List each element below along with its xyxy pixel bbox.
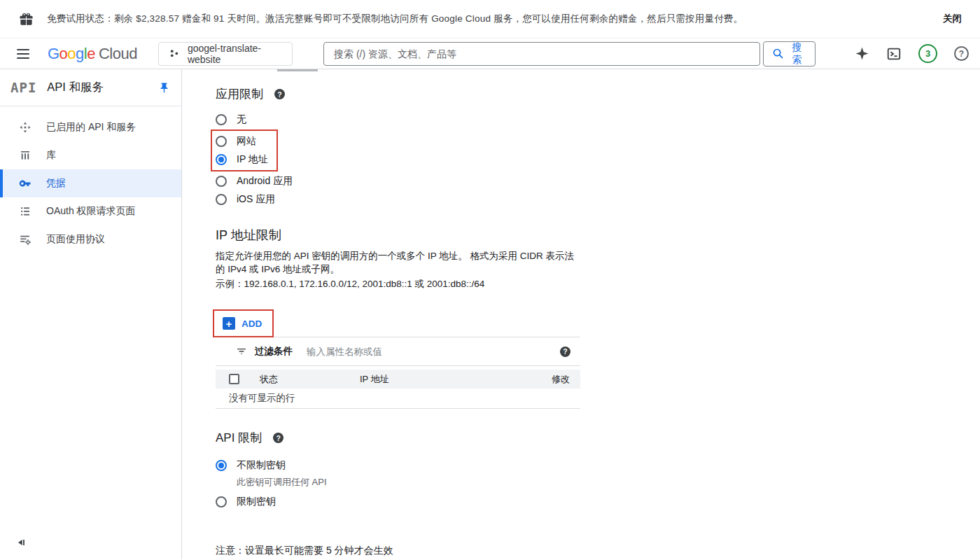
api-restrictions-title-row: API 限制 ? (216, 430, 580, 446)
radio-option-dont-restrict-key[interactable]: 不限制密钥 (216, 456, 580, 475)
filter-bar: 过滤条件 ? (216, 337, 580, 366)
effective-time-note: 注意：设置最长可能需要 5 分钟才会生效 (216, 545, 580, 557)
sidebar-item-label: 库 (46, 149, 56, 162)
sidebar-item-label: OAuth 权限请求页面 (46, 205, 136, 218)
table-header-row: 状态 IP 地址 修改 (216, 370, 580, 388)
column-header-edit: 修改 (552, 373, 570, 386)
radio-label: 网站 (237, 135, 256, 148)
app-restrictions-title-row: 应用限制 ? (216, 86, 580, 102)
ip-restrictions-description: 指定允许使用您的 API 密钥的调用方的一个或多个 IP 地址。 格式为采用 C… (216, 250, 583, 276)
ip-table-card: 过滤条件 ? 状态 IP 地址 修改 没有可显示的行 (216, 337, 580, 409)
key-icon (19, 177, 31, 190)
radio-option-subtext: 此密钥可调用任何 API (237, 476, 580, 489)
app-bar: GoogleCloud googel-translate-website 搜索 … (0, 38, 980, 69)
radio-icon-checked[interactable] (216, 460, 227, 471)
banner-close-button[interactable]: 关闭 (943, 13, 962, 25)
logo-cloud-text: Cloud (99, 45, 137, 62)
sidebar-item-oauth-consent[interactable]: OAuth 权限请求页面 (0, 197, 181, 225)
radio-label: Android 应用 (237, 175, 293, 188)
main-content: 应用限制 ? 无 网站 IP 地址 (182, 69, 980, 559)
column-header-ip: IP 地址 (360, 373, 552, 386)
sidebar-item-label: 凭据 (46, 177, 66, 190)
radio-label: 无 (237, 113, 246, 126)
free-trial-banner: 免费试用状态：剩余 $2,328.57 赠金和 91 天时间。激活完整账号即可不… (0, 0, 980, 38)
radio-option-ios-app[interactable]: iOS 应用 (216, 190, 580, 209)
red-highlight-box-add: + ADD (213, 309, 274, 337)
radio-icon[interactable] (216, 194, 227, 205)
scrolled-element-fragment (277, 69, 318, 71)
sidebar-nav: 已启用的 API 和服务 库 凭据 OAuth 权限请求页面 (0, 106, 181, 253)
collapse-sidebar-icon[interactable] (15, 537, 27, 551)
gemini-sparkle-icon[interactable] (855, 46, 869, 61)
filter-icon (236, 346, 247, 357)
appbar-actions: 3 ? (855, 44, 969, 63)
help-icon[interactable]: ? (954, 46, 969, 61)
ip-restrictions-example: 示例：192.168.0.1, 172.16.0.0/12, 2001:db8:… (216, 278, 580, 290)
notification-badge[interactable]: 3 (918, 44, 937, 63)
google-cloud-logo: GoogleCloud (48, 45, 137, 63)
sidebar-item-enabled-apis[interactable]: 已启用的 API 和服务 (0, 113, 181, 141)
column-header-status: 状态 (260, 373, 360, 386)
radio-option-website[interactable]: 网站 (216, 132, 276, 150)
enabled-apis-icon (19, 121, 31, 134)
menu-icon[interactable] (17, 49, 29, 59)
search-area: 搜索 (323, 41, 816, 66)
radio-label: 不限制密钥 (237, 459, 286, 472)
radio-option-restrict-key[interactable]: 限制密钥 (216, 493, 580, 511)
app-restrictions-radio-group: 无 网站 IP 地址 Android 应用 (216, 111, 580, 209)
radio-label: 限制密钥 (237, 496, 276, 508)
search-icon (772, 48, 784, 59)
oauth-consent-icon (19, 205, 31, 218)
agreements-icon (19, 233, 31, 246)
project-name: googel-translate-website (188, 43, 281, 65)
sidebar-title: API 和服务 (47, 80, 158, 95)
red-highlight-box-radios: 网站 IP 地址 (211, 130, 278, 172)
api-restrictions-radio-group: 不限制密钥 此密钥可调用任何 API 限制密钥 (216, 456, 580, 511)
sidebar: API API 和服务 已启用的 API 和服务 库 (0, 69, 182, 559)
logo-google-text: Google (48, 45, 95, 62)
api-restrictions-title: API 限制 (216, 430, 262, 446)
project-selector[interactable]: googel-translate-website (158, 42, 293, 66)
app-restrictions-help-icon[interactable]: ? (274, 89, 285, 99)
filter-input[interactable] (307, 346, 560, 357)
app-restrictions-title: 应用限制 (216, 86, 263, 102)
sidebar-item-library[interactable]: 库 (0, 141, 181, 169)
sidebar-header: API API 和服务 (0, 69, 181, 106)
project-icon (169, 48, 180, 59)
radio-icon[interactable] (216, 136, 227, 147)
add-button-label: ADD (241, 318, 262, 329)
plus-icon: + (223, 317, 235, 330)
sidebar-item-label: 页面使用协议 (46, 233, 105, 246)
sidebar-item-label: 已启用的 API 和服务 (46, 121, 136, 134)
api-restrictions-help-icon[interactable]: ? (273, 433, 284, 443)
radio-icon[interactable] (216, 114, 227, 125)
radio-option-ip-address[interactable]: IP 地址 (216, 150, 276, 169)
search-button-label: 搜索 (788, 41, 806, 66)
library-icon (19, 149, 31, 162)
filter-label: 过滤条件 (255, 345, 293, 358)
table-empty-row: 没有可显示的行 (216, 388, 580, 409)
free-trial-text: 免费试用状态：剩余 $2,328.57 赠金和 91 天时间。激活完整账号即可不… (47, 13, 943, 25)
filter-help-icon[interactable]: ? (560, 346, 570, 357)
radio-icon[interactable] (216, 176, 227, 187)
radio-icon[interactable] (216, 496, 227, 507)
pin-icon[interactable] (158, 82, 170, 94)
sidebar-item-page-usage-agreements[interactable]: 页面使用协议 (0, 225, 181, 253)
ip-restrictions-title: IP 地址限制 (216, 227, 580, 244)
search-button[interactable]: 搜索 (763, 41, 816, 66)
search-input[interactable] (323, 42, 760, 66)
radio-icon-checked[interactable] (216, 154, 227, 165)
add-ip-button[interactable]: + ADD (214, 317, 262, 330)
gift-icon (18, 11, 34, 27)
radio-label: IP 地址 (237, 153, 268, 166)
select-all-checkbox[interactable] (229, 374, 239, 384)
api-product-logo: API (10, 80, 36, 95)
radio-option-android-app[interactable]: Android 应用 (216, 172, 580, 190)
radio-label: iOS 应用 (237, 193, 275, 206)
radio-option-none[interactable]: 无 (216, 111, 580, 129)
sidebar-item-credentials[interactable]: 凭据 (0, 169, 181, 197)
cloud-shell-icon[interactable] (886, 46, 902, 62)
